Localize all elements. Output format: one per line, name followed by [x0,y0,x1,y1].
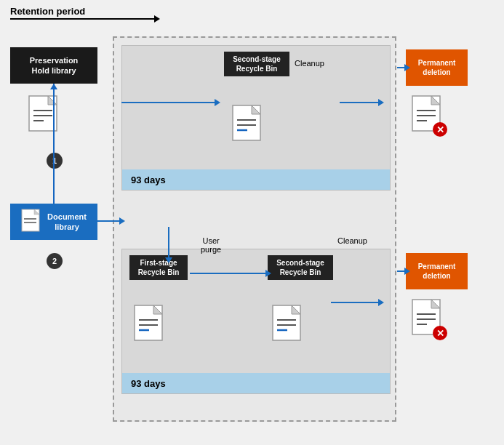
second-stage-recycle-bin-top-label: Second-stage Recycle Bin [224,52,289,76]
arrow-second-to-perm-top [340,102,380,103]
days-label-top: 93 days [122,169,390,190]
permanent-deletion-top-box: Permanent deletion [406,49,468,86]
arrow-vertical-preservation-to-doc [53,84,55,204]
diagram-container: Retention period Second-stage Recycle Bi… [0,0,504,445]
days-label-bottom: 93 days [122,373,390,393]
doc-icon-perm-top: ✕ [411,95,447,138]
arrow-doc-to-bottom [168,227,169,259]
retention-text: Retention period [10,6,85,17]
retention-arrow-line [10,18,156,20]
doc-icon-top-section [231,104,268,148]
cleanup-top-label: Cleanup [295,59,324,68]
cleanup-bottom-label: Cleanup [337,236,367,245]
top-section: Second-stage Recycle Bin 93 days [121,45,391,191]
arrow-first-to-second [190,273,267,274]
retention-period-label: Retention period [10,6,156,20]
bottom-section: First-stage Recycle Bin Second-stage Rec… [121,249,391,394]
arrow-second-to-perm-bottom [331,302,380,303]
second-stage-recycle-bin-bottom-label: Second-stage Recycle Bin [268,255,333,280]
doc-icon-preservation [28,95,64,138]
doc-icon-first-stage [133,304,169,348]
user-purge-label: User purge [201,236,221,254]
badge-1: 1 [47,153,63,169]
red-x-bottom: ✕ [433,326,447,340]
red-x-top: ✕ [433,122,447,137]
preservation-hold-library-box: Preservation Hold library [10,47,97,84]
badge-2: 2 [47,253,63,269]
arrow-outer-to-perm-bottom [397,270,406,272]
permanent-deletion-bottom-box: Permanent deletion [406,253,468,289]
arrow-outer-to-perm-top [397,67,406,68]
retention-arrow [10,18,156,20]
first-stage-recycle-bin-label: First-stage Recycle Bin [129,255,188,280]
document-library-box: Document library [10,204,97,240]
outer-dashed-box: Second-stage Recycle Bin 93 days [113,36,396,422]
doc-icon-second-stage-bottom [271,304,308,348]
doc-icon-perm-bottom: ✕ [411,298,447,342]
arrow-doclibrary-to-firststage [97,220,121,222]
arrow-preservation-to-second-top [121,102,216,103]
